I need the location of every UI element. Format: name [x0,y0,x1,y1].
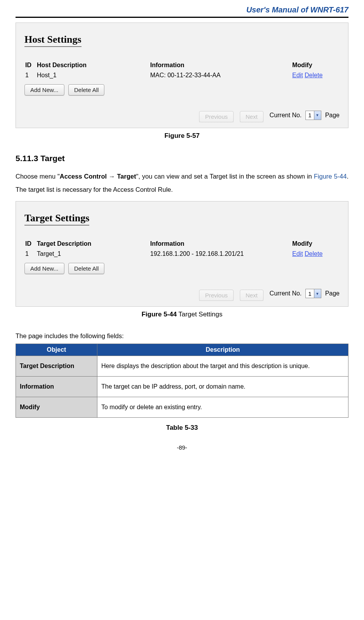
p-text: Choose menu " [16,173,60,180]
cell-modify: Edit Delete [292,249,339,259]
cell-desc: Host_1 [37,70,149,80]
host-settings-panel: Host Settings ID Host Description Inform… [16,23,348,128]
panel-title: Host Settings [24,34,81,47]
fields-table: Object Description Target Description He… [16,344,348,418]
page-select[interactable]: 1 ▾ [305,111,321,120]
fields-row: Target Description Here displays the des… [16,356,348,376]
pager-suffix: Page [325,112,340,119]
edit-link[interactable]: Edit [292,250,303,257]
next-button[interactable]: Next [240,111,263,122]
fields-description: The target can be IP address, port, or d… [97,376,348,397]
cell-info: 192.168.1.200 - 192.168.1.201/21 [150,249,291,259]
figure-caption: Figure 5-57 [16,132,348,140]
col-modify: Modify [292,240,339,248]
fields-head-description: Description [97,344,348,356]
previous-button[interactable]: Previous [199,111,233,122]
chevron-down-icon: ▾ [314,111,321,120]
col-id: ID [25,240,36,248]
cell-modify: Edit Delete [292,70,339,80]
pager-label: Current No. [270,112,302,119]
cell-info: MAC: 00-11-22-33-44-AA [150,70,291,80]
col-desc: Target Description [37,240,149,248]
add-new-button[interactable]: Add New... [24,263,64,274]
fields-row: Modify To modify or delete an existing e… [16,397,348,417]
page-select-value: 1 [306,290,314,297]
section-paragraph: Choose menu "Access Control → Target", y… [16,170,348,196]
doc-header: User's Manual of WNRT-617 [16,4,348,17]
fields-object: Information [16,376,97,397]
fields-head-object: Object [16,344,97,356]
add-new-button[interactable]: Add New... [24,84,64,96]
figure-caption: Figure 5-44 Target Settings [16,311,348,318]
cell-desc: Target_1 [37,249,149,259]
delete-all-button[interactable]: Delete All [68,263,104,274]
col-id: ID [25,61,36,69]
col-info: Information [150,61,291,69]
pager: Previous Next Current No. 1 ▾ Page [24,108,340,122]
table-caption: Table 5-33 [16,424,348,432]
page-select[interactable]: 1 ▾ [305,289,321,298]
host-table: ID Host Description Information Modify 1… [24,60,340,81]
p-bold: Access Control → Target [60,173,136,180]
cell-id: 1 [25,249,36,259]
delete-all-button[interactable]: Delete All [68,84,104,96]
fields-object: Target Description [16,356,97,376]
table-header-row: ID Host Description Information Modify [25,61,339,69]
button-row: Add New... Delete All [24,260,340,274]
target-settings-panel: Target Settings ID Target Description In… [16,201,348,307]
fields-description: Here displays the description about the … [97,356,348,376]
previous-button[interactable]: Previous [199,290,233,301]
page-number: -89- [16,444,348,451]
chevron-down-icon: ▾ [314,289,321,298]
caption-text: Target Settings [177,311,222,318]
target-table: ID Target Description Information Modify… [24,239,340,260]
col-desc: Host Description [37,61,149,69]
pager-label: Current No. [270,290,302,297]
header-rule [16,17,348,18]
fields-intro: The page includes the following fields: [16,332,348,340]
delete-link[interactable]: Delete [305,72,322,78]
section-heading: 5.11.3 Target [16,154,348,163]
next-button[interactable]: Next [240,290,263,301]
fields-description: To modify or delete an existing entry. [97,397,348,417]
delete-link[interactable]: Delete [305,250,322,257]
table-row: 1 Host_1 MAC: 00-11-22-33-44-AA Edit Del… [25,70,339,80]
fields-object: Modify [16,397,97,417]
p-text: ", you can view and set a Target list in… [136,173,314,180]
col-info: Information [150,240,291,248]
fields-row: Information The target can be IP address… [16,376,348,397]
col-modify: Modify [292,61,339,69]
pager: Previous Next Current No. 1 ▾ Page [24,287,340,301]
figure-ref: Figure 5-44 [314,173,347,180]
panel-title: Target Settings [24,212,89,226]
table-header-row: ID Target Description Information Modify [25,240,339,248]
pager-suffix: Page [325,290,340,297]
table-row: 1 Target_1 192.168.1.200 - 192.168.1.201… [25,249,339,259]
page-select-value: 1 [306,112,314,118]
cell-id: 1 [25,70,36,80]
button-row: Add New... Delete All [24,81,340,96]
edit-link[interactable]: Edit [292,72,303,78]
fields-header-row: Object Description [16,344,348,356]
caption-bold: Figure 5-44 [142,311,177,318]
